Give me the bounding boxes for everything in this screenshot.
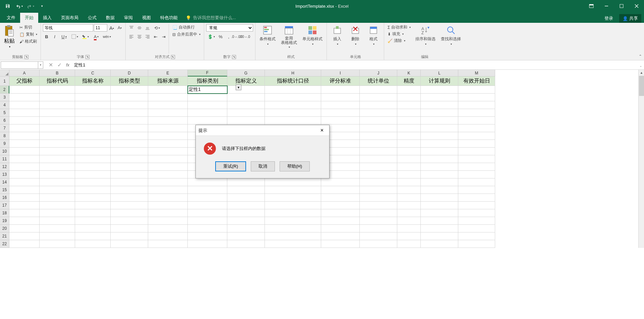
cell[interactable] [227, 178, 265, 186]
row-header[interactable]: 1 [0, 76, 9, 86]
cell[interactable] [265, 194, 321, 202]
cell[interactable] [397, 178, 421, 186]
cell[interactable] [40, 101, 75, 109]
fx-icon[interactable]: fx [66, 62, 69, 67]
close-button[interactable] [629, 0, 644, 12]
retry-button[interactable]: 重试(R) [215, 161, 246, 171]
align-middle-button[interactable] [136, 24, 143, 32]
cell[interactable] [40, 232, 75, 240]
cell[interactable] [111, 86, 148, 94]
align-right-button[interactable] [144, 33, 151, 40]
cell[interactable] [75, 163, 111, 171]
cell[interactable] [397, 109, 421, 117]
row-header[interactable]: 17 [0, 202, 9, 209]
row-header[interactable]: 2 [0, 86, 9, 94]
cell[interactable] [321, 202, 360, 209]
cell[interactable] [321, 178, 360, 186]
cell[interactable] [111, 155, 148, 163]
cell[interactable] [111, 140, 148, 148]
cell[interactable] [397, 209, 421, 217]
cell[interactable] [321, 209, 360, 217]
cell[interactable] [111, 109, 148, 117]
cell[interactable] [265, 217, 321, 225]
cell[interactable]: 指标代码 [40, 76, 75, 86]
cell[interactable] [458, 117, 495, 124]
cell[interactable] [227, 86, 265, 94]
cell[interactable]: 指标类别 [188, 76, 227, 86]
column-header-B[interactable]: B [40, 70, 75, 76]
cell[interactable] [397, 155, 421, 163]
cell[interactable] [9, 240, 40, 248]
column-header-J[interactable]: J [360, 70, 397, 76]
cell[interactable]: 定性1 [188, 86, 227, 94]
row-header[interactable]: 16 [0, 194, 9, 202]
conditional-format-button[interactable]: 条件格式▾ [257, 24, 278, 54]
cell[interactable] [40, 202, 75, 209]
cell[interactable] [458, 163, 495, 171]
name-box[interactable] [1, 61, 38, 69]
cell[interactable] [40, 132, 75, 140]
cell[interactable] [397, 194, 421, 202]
cell[interactable] [188, 194, 227, 202]
cell[interactable] [188, 217, 227, 225]
cell[interactable] [458, 209, 495, 217]
cell[interactable] [458, 171, 495, 178]
cell[interactable] [148, 140, 188, 148]
number-format-select[interactable]: 常规 [206, 24, 253, 32]
cell[interactable] [397, 117, 421, 124]
cell[interactable] [9, 232, 40, 240]
cell[interactable] [360, 155, 397, 163]
row-header[interactable]: 9 [0, 140, 9, 148]
cell[interactable] [40, 186, 75, 194]
cell[interactable] [75, 217, 111, 225]
row-header[interactable]: 22 [0, 240, 9, 248]
cell[interactable] [40, 109, 75, 117]
bold-button[interactable]: B [43, 33, 50, 40]
copy-button[interactable]: 📋复制▾ [18, 31, 39, 38]
row-header[interactable]: 7 [0, 124, 9, 132]
cell[interactable] [421, 240, 458, 248]
cell[interactable] [397, 148, 421, 155]
cell[interactable] [265, 94, 321, 101]
cell[interactable] [458, 132, 495, 140]
cell[interactable] [397, 186, 421, 194]
align-left-button[interactable] [128, 33, 135, 40]
cell[interactable] [148, 132, 188, 140]
tab-insert[interactable]: 插入 [38, 13, 56, 23]
cell[interactable]: 指标定义 [227, 76, 265, 86]
cell[interactable] [458, 240, 495, 248]
expand-formula-bar-button[interactable]: ⌄ [637, 62, 644, 68]
save-button[interactable] [3, 1, 13, 11]
cell[interactable] [75, 240, 111, 248]
cell[interactable] [421, 202, 458, 209]
help-button[interactable]: 帮助(H) [280, 161, 310, 171]
cell[interactable] [265, 101, 321, 109]
select-all-corner[interactable] [0, 70, 9, 76]
cell[interactable] [265, 86, 321, 94]
cell[interactable] [227, 186, 265, 194]
cell[interactable] [227, 217, 265, 225]
cell[interactable] [111, 232, 148, 240]
cell[interactable] [458, 202, 495, 209]
tell-me-search[interactable]: 💡 告诉我您想要做什么... [182, 13, 239, 23]
percent-button[interactable]: % [217, 33, 224, 40]
cell[interactable] [458, 186, 495, 194]
cell[interactable] [265, 232, 321, 240]
cell[interactable] [148, 163, 188, 171]
cell[interactable] [111, 94, 148, 101]
cell[interactable] [421, 194, 458, 202]
cell[interactable] [227, 240, 265, 248]
cell[interactable] [75, 109, 111, 117]
collapse-ribbon-button[interactable]: ⌃ [639, 54, 642, 59]
cell[interactable] [148, 101, 188, 109]
align-bottom-button[interactable] [144, 24, 151, 32]
cell[interactable] [40, 94, 75, 101]
cell[interactable] [9, 178, 40, 186]
cell[interactable] [321, 240, 360, 248]
cell[interactable] [360, 232, 397, 240]
cell[interactable] [265, 240, 321, 248]
cell[interactable] [397, 232, 421, 240]
cell[interactable] [397, 101, 421, 109]
vertical-scrollbar[interactable]: ▲ [638, 70, 644, 248]
increase-indent-button[interactable]: ⇥ [160, 33, 167, 40]
